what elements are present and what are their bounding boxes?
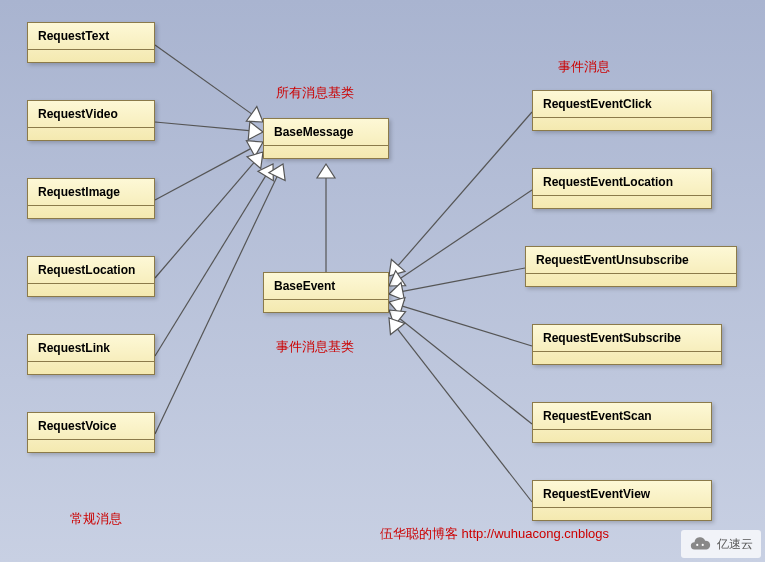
svg-line-22 (400, 319, 532, 424)
class-body (533, 430, 711, 442)
class-request-location: RequestLocation (27, 256, 155, 297)
class-body (28, 50, 154, 62)
svg-line-20 (402, 306, 532, 346)
svg-marker-5 (246, 141, 263, 157)
class-title: RequestEventScan (533, 403, 711, 430)
svg-marker-15 (389, 260, 405, 276)
class-title: RequestImage (28, 179, 154, 206)
svg-line-10 (155, 177, 277, 434)
annotation-base-message: 所有消息基类 (276, 84, 354, 102)
svg-point-27 (702, 544, 704, 546)
svg-marker-23 (389, 310, 406, 326)
watermark-text: 亿速云 (717, 536, 753, 553)
class-title: RequestEventView (533, 481, 711, 508)
svg-line-18 (403, 268, 525, 291)
svg-marker-21 (389, 298, 405, 315)
class-title: RequestVoice (28, 413, 154, 440)
class-request-event-click: RequestEventClick (532, 90, 712, 131)
class-body (533, 118, 711, 130)
svg-line-8 (155, 176, 266, 356)
class-request-link: RequestLink (27, 334, 155, 375)
class-body (533, 508, 711, 520)
annotation-base-event: 事件消息基类 (276, 338, 354, 356)
class-body (28, 362, 154, 374)
class-body (526, 274, 736, 286)
class-body (533, 352, 721, 364)
class-title: RequestLocation (28, 257, 154, 284)
class-request-voice: RequestVoice (27, 412, 155, 453)
svg-line-6 (155, 163, 254, 278)
class-title: RequestEventLocation (533, 169, 711, 196)
svg-line-0 (155, 45, 252, 114)
annotation-regular: 常规消息 (70, 510, 122, 528)
class-request-event-location: RequestEventLocation (532, 168, 712, 209)
class-body (28, 128, 154, 140)
watermark: 亿速云 (681, 530, 761, 558)
class-request-image: RequestImage (27, 178, 155, 219)
class-title: RequestLink (28, 335, 154, 362)
class-body (28, 440, 154, 452)
svg-marker-9 (258, 164, 273, 181)
annotation-credit: 伍华聪的博客 http://wuhuacong.cnblogs (380, 525, 609, 543)
annotation-event-messages: 事件消息 (558, 58, 610, 76)
class-title: RequestEventClick (533, 91, 711, 118)
class-body (28, 206, 154, 218)
class-request-event-view: RequestEventView (532, 480, 712, 521)
class-base-event: BaseEvent (263, 272, 389, 313)
svg-line-24 (398, 329, 532, 502)
svg-marker-13 (317, 164, 335, 178)
class-body (28, 284, 154, 296)
svg-line-2 (155, 122, 249, 131)
class-title: RequestEventUnsubscribe (526, 247, 736, 274)
class-title: BaseMessage (264, 119, 388, 146)
svg-marker-17 (389, 271, 406, 286)
svg-marker-11 (269, 164, 285, 181)
class-body (533, 196, 711, 208)
svg-point-26 (696, 544, 698, 546)
cloud-icon (689, 533, 711, 555)
class-body (264, 300, 388, 312)
class-title: RequestText (28, 23, 154, 50)
svg-line-4 (155, 149, 251, 200)
class-request-event-subscribe: RequestEventSubscribe (532, 324, 722, 365)
svg-marker-7 (247, 152, 263, 168)
svg-line-14 (398, 112, 532, 265)
class-base-message: BaseMessage (263, 118, 389, 159)
svg-marker-19 (389, 283, 404, 301)
svg-line-16 (401, 190, 532, 278)
class-body (264, 146, 388, 158)
class-request-event-scan: RequestEventScan (532, 402, 712, 443)
svg-marker-3 (248, 122, 263, 140)
class-request-text: RequestText (27, 22, 155, 63)
class-title: BaseEvent (264, 273, 388, 300)
class-request-event-unsubscribe: RequestEventUnsubscribe (525, 246, 737, 287)
class-title: RequestEventSubscribe (533, 325, 721, 352)
class-title: RequestVideo (28, 101, 154, 128)
class-request-video: RequestVideo (27, 100, 155, 141)
svg-marker-25 (389, 318, 405, 335)
svg-marker-1 (246, 107, 263, 122)
